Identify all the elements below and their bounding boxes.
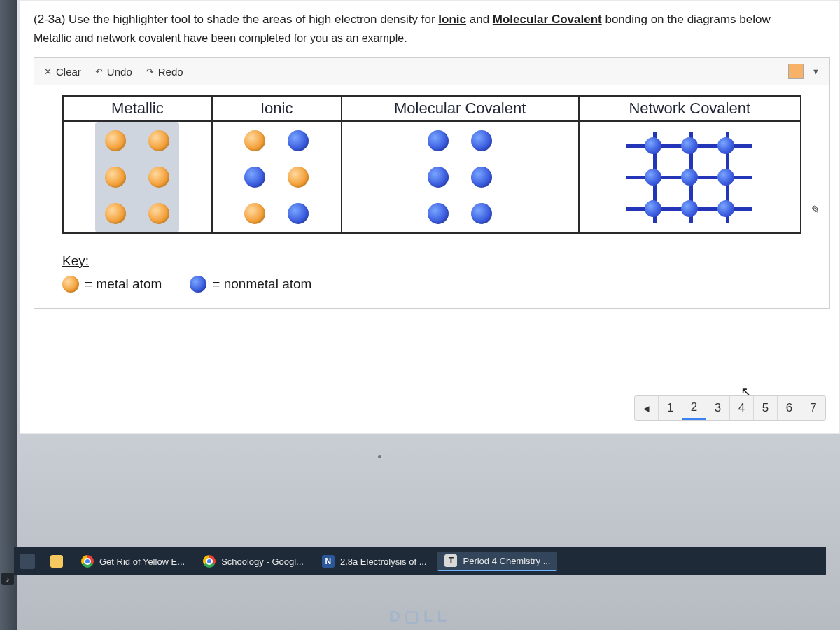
col-header-molecular: Molecular Covalent	[342, 96, 579, 121]
metal-atom-icon	[105, 130, 126, 151]
nonmetal-atom-icon	[428, 167, 449, 188]
metal-atom-icon	[105, 167, 126, 188]
legend-metal-label: = metal atom	[85, 276, 162, 292]
nonmetal-atom-icon	[471, 130, 492, 151]
instruction-line-2: Metallic and network covalent have been …	[34, 32, 830, 45]
instruction-ionic: Ionic	[438, 13, 466, 26]
taskbar-item-1[interactable]: Schoology - Googl...	[196, 552, 311, 570]
audio-knob-icon: ♪	[1, 573, 14, 585]
legend: Key: = metal atom = nonmetal atom	[62, 253, 802, 293]
page-navigation: ◂ 1 2 3 4 5 6 7	[634, 396, 826, 421]
network-lattice	[626, 132, 752, 223]
worksheet-page: (2-3a) Use the highlighter tool to shade…	[20, 0, 840, 434]
nonmetal-atom-icon	[428, 130, 449, 151]
nonmetal-atom-icon	[190, 276, 206, 293]
undo-label: Undo	[107, 66, 132, 78]
speck	[378, 455, 382, 458]
clear-button[interactable]: ✕ Clear	[44, 66, 81, 78]
undo-button[interactable]: ↶ Undo	[95, 66, 132, 78]
legend-nonmetal: = nonmetal atom	[190, 276, 312, 293]
chrome-icon	[203, 555, 216, 568]
page-5-button[interactable]: 5	[754, 396, 778, 420]
undo-icon: ↶	[95, 66, 103, 77]
instruction-suffix: bonding on the diagrams below	[602, 13, 771, 26]
instruction-and: and	[466, 13, 493, 26]
metallic-shaded-region	[95, 122, 179, 232]
page-4-button[interactable]: 4	[730, 396, 754, 420]
clear-label: Clear	[56, 66, 81, 78]
redo-label: Redo	[158, 66, 183, 78]
col-header-metallic: Metallic	[63, 96, 212, 121]
redo-icon: ↷	[146, 66, 154, 77]
instruction-line-1: (2-3a) Use the highlighter tool to shade…	[34, 13, 830, 27]
instruction-molecular: Molecular Covalent	[493, 13, 602, 26]
nonmetal-atom-icon	[288, 203, 309, 224]
taskbar-item-2[interactable]: N 2.8a Electrolysis of ...	[315, 552, 434, 570]
diagram-area[interactable]: Metallic Ionic Molecular Covalent Networ…	[34, 85, 830, 309]
metal-atom-icon	[148, 130, 169, 151]
taskbar-file-explorer[interactable]	[43, 552, 70, 570]
metal-atom-icon	[288, 167, 309, 188]
metal-atom-icon	[62, 276, 79, 293]
taskbar-item-3[interactable]: T Period 4 Chemistry ...	[438, 552, 557, 571]
taskbar-item-0[interactable]: Get Rid of Yellow E...	[74, 552, 192, 570]
col-header-ionic: Ionic	[212, 96, 342, 121]
windows-taskbar: Get Rid of Yellow E... Schoology - Googl…	[14, 547, 826, 575]
cell-ionic[interactable]	[212, 121, 342, 233]
close-icon: ✕	[44, 66, 52, 77]
metal-atom-icon	[148, 167, 169, 188]
taskbar-label-0: Get Rid of Yellow E...	[99, 556, 185, 567]
page-1-button[interactable]: 1	[659, 396, 682, 420]
nonmetal-atom-icon	[471, 203, 492, 224]
app-icon: T	[444, 554, 457, 567]
metal-atom-icon	[244, 130, 265, 151]
redo-button[interactable]: ↷ Redo	[146, 66, 183, 78]
nonmetal-atom-icon	[428, 203, 449, 224]
folder-icon	[50, 555, 63, 568]
instruction-prefix: (2-3a) Use the highlighter tool to shade…	[34, 13, 438, 26]
metal-atom-icon	[105, 203, 126, 224]
taskbar-label-1: Schoology - Googl...	[221, 556, 304, 567]
highlighter-toolbar: ✕ Clear ↶ Undo ↷ Redo ▼	[34, 57, 830, 85]
cell-molecular[interactable]	[342, 121, 579, 233]
taskbar-label-3: Period 4 Chemistry ...	[463, 556, 550, 566]
device-bezel-left: ♪	[0, 0, 17, 630]
legend-nonmetal-label: = nonmetal atom	[212, 276, 312, 292]
highlighter-swatch-icon	[788, 64, 804, 79]
legend-title: Key:	[62, 253, 802, 269]
metal-atom-icon	[244, 203, 265, 224]
col-header-network: Network Covalent	[579, 96, 801, 121]
edit-icon: ✎	[810, 203, 819, 216]
page-prev-button[interactable]: ◂	[635, 396, 659, 420]
bonding-table: Metallic Ionic Molecular Covalent Networ…	[62, 95, 802, 234]
legend-metal: = metal atom	[62, 276, 162, 293]
chevron-down-icon: ▼	[812, 67, 820, 76]
cell-network[interactable]	[579, 121, 801, 233]
highlighter-color-picker[interactable]: ▼	[788, 64, 820, 79]
metal-atom-icon	[148, 203, 169, 224]
nonmetal-atom-icon	[288, 130, 309, 151]
page-7-button[interactable]: 7	[802, 396, 825, 420]
start-button[interactable]	[20, 554, 35, 569]
taskbar-label-2: 2.8a Electrolysis of ...	[340, 556, 427, 567]
page-6-button[interactable]: 6	[778, 396, 802, 420]
cell-metallic[interactable]	[63, 121, 212, 233]
nonmetal-atom-icon	[471, 167, 492, 188]
page-2-button[interactable]: 2	[682, 396, 706, 420]
onenote-icon: N	[322, 555, 335, 568]
nonmetal-atom-icon	[244, 167, 265, 188]
chrome-icon	[81, 555, 94, 568]
dell-logo: D▢LL	[389, 608, 451, 626]
page-3-button[interactable]: 3	[706, 396, 730, 420]
